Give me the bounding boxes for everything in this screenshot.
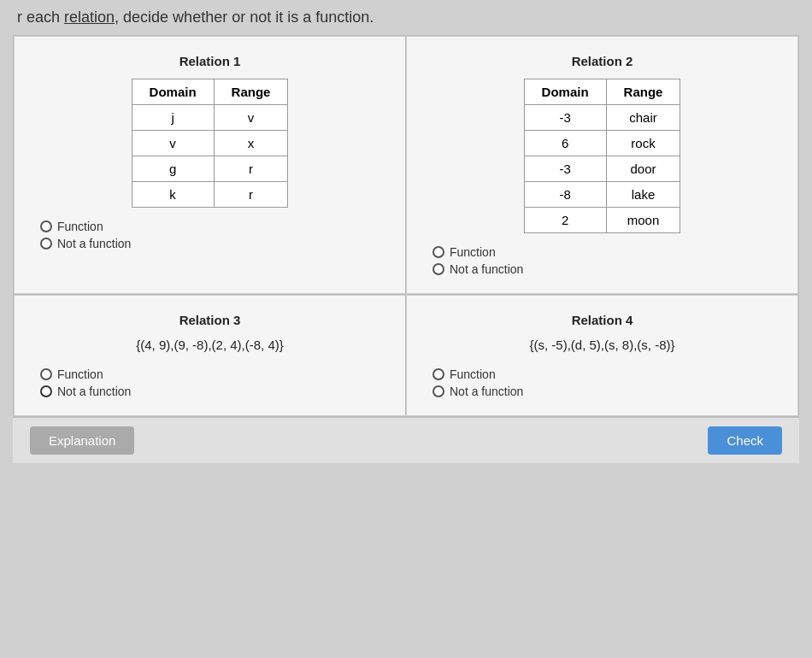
relation2-notfunction-option[interactable]: Not a function bbox=[432, 262, 780, 276]
relation3-title: Relation 3 bbox=[32, 313, 388, 327]
table-row: gr bbox=[132, 156, 288, 182]
relation4-function-radio[interactable] bbox=[432, 368, 444, 380]
top-row: Relation 1 Domain Range jvvxgrkr Functio… bbox=[14, 36, 798, 295]
table-row: vx bbox=[132, 131, 288, 156]
relation1-cell: Relation 1 Domain Range jvvxgrkr Functio… bbox=[14, 36, 406, 294]
relation1-notfunction-label: Not a function bbox=[57, 237, 131, 250]
relation3-options: Function Not a function bbox=[32, 367, 388, 398]
relation4-set: {(s, -5),(d, 5),(s, 8),(s, -8)} bbox=[424, 338, 780, 352]
bottom-row: Relation 3 {(4, 9),(9, -8),(2, 4),(-8, 4… bbox=[14, 295, 798, 416]
table-row: kr bbox=[132, 182, 288, 208]
relation4-notfunction-label: Not a function bbox=[450, 385, 523, 398]
table-row: 6rock bbox=[524, 131, 680, 156]
relation3-notfunction-radio[interactable] bbox=[40, 385, 52, 397]
relation2-col-domain: Domain bbox=[524, 79, 606, 105]
explanation-button[interactable]: Explanation bbox=[30, 426, 134, 455]
relation4-function-label: Function bbox=[450, 367, 496, 381]
relation2-function-label: Function bbox=[450, 245, 496, 259]
page-header: r each relation, decide whether or not i… bbox=[9, 9, 803, 26]
relation3-notfunction-label: Not a function bbox=[57, 385, 131, 398]
relation1-notfunction-radio[interactable] bbox=[40, 238, 52, 250]
relation1-col-domain: Domain bbox=[132, 79, 214, 105]
relation1-table: Domain Range jvvxgrkr bbox=[132, 79, 289, 208]
relation1-title: Relation 1 bbox=[32, 54, 388, 68]
relation4-cell: Relation 4 {(s, -5),(d, 5),(s, 8),(s, -8… bbox=[406, 295, 798, 416]
relation2-col-range: Range bbox=[606, 79, 680, 105]
table-row: -3door bbox=[524, 156, 680, 182]
relation4-options: Function Not a function bbox=[424, 367, 780, 398]
relation4-notfunction-radio[interactable] bbox=[432, 385, 444, 397]
table-row: jv bbox=[132, 105, 288, 131]
relation1-function-label: Function bbox=[57, 220, 103, 233]
relation3-cell: Relation 3 {(4, 9),(9, -8),(2, 4),(-8, 4… bbox=[14, 295, 406, 416]
relation1-function-radio[interactable] bbox=[40, 220, 52, 232]
table-row: -3chair bbox=[524, 105, 680, 131]
main-container: Relation 1 Domain Range jvvxgrkr Functio… bbox=[13, 35, 799, 417]
relation3-notfunction-option[interactable]: Not a function bbox=[40, 385, 388, 398]
footer-row: Explanation Check bbox=[13, 417, 799, 463]
relation3-function-label: Function bbox=[57, 367, 103, 381]
relation2-options: Function Not a function bbox=[424, 245, 780, 276]
relation2-function-option[interactable]: Function bbox=[432, 245, 780, 259]
relation3-function-radio[interactable] bbox=[40, 368, 52, 380]
relation1-notfunction-option[interactable]: Not a function bbox=[40, 237, 388, 250]
table-row: -8lake bbox=[524, 182, 680, 208]
relation2-table: Domain Range -3chair6rock-3door-8lake2mo… bbox=[524, 79, 681, 233]
relation4-function-option[interactable]: Function bbox=[432, 367, 780, 381]
relation3-function-option[interactable]: Function bbox=[40, 367, 388, 381]
relation2-notfunction-radio[interactable] bbox=[432, 263, 444, 275]
relation4-notfunction-option[interactable]: Not a function bbox=[432, 385, 780, 398]
table-row: 2moon bbox=[524, 208, 680, 233]
relation4-title: Relation 4 bbox=[424, 313, 780, 327]
relation2-notfunction-label: Not a function bbox=[450, 262, 523, 276]
relation2-cell: Relation 2 Domain Range -3chair6rock-3do… bbox=[406, 36, 798, 294]
relation1-function-option[interactable]: Function bbox=[40, 220, 388, 233]
check-button[interactable]: Check bbox=[708, 426, 782, 455]
relation2-function-radio[interactable] bbox=[432, 246, 444, 258]
relation1-options: Function Not a function bbox=[32, 220, 388, 250]
relation2-title: Relation 2 bbox=[424, 54, 780, 68]
relation1-col-range: Range bbox=[214, 79, 288, 105]
relation3-set: {(4, 9),(9, -8),(2, 4),(-8, 4)} bbox=[32, 338, 388, 352]
